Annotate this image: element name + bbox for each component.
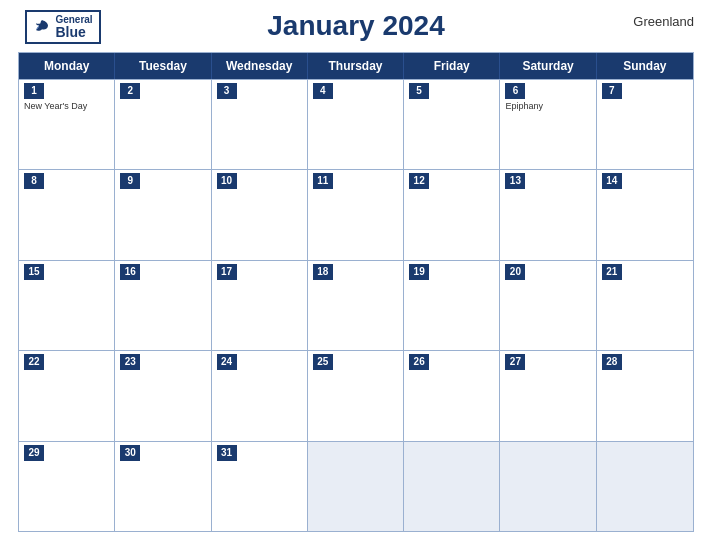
day-number: 6 [505, 83, 525, 99]
day-number: 11 [313, 173, 333, 189]
day-cell-8: 8 [19, 170, 115, 259]
day-cell-23: 23 [115, 351, 211, 440]
day-cell-empty [404, 442, 500, 531]
day-number: 23 [120, 354, 140, 370]
week-row-2: 891011121314 [19, 169, 693, 259]
day-cell-12: 12 [404, 170, 500, 259]
day-number: 17 [217, 264, 237, 280]
day-header-wednesday: Wednesday [212, 53, 308, 79]
day-number: 21 [602, 264, 622, 280]
day-number: 12 [409, 173, 429, 189]
region-label: Greenland [604, 10, 694, 29]
day-header-tuesday: Tuesday [115, 53, 211, 79]
day-number: 14 [602, 173, 622, 189]
day-number: 9 [120, 173, 140, 189]
day-cell-26: 26 [404, 351, 500, 440]
day-number: 3 [217, 83, 237, 99]
day-number: 7 [602, 83, 622, 99]
day-number: 15 [24, 264, 44, 280]
day-cell-17: 17 [212, 261, 308, 350]
day-header-thursday: Thursday [308, 53, 404, 79]
day-number: 28 [602, 354, 622, 370]
day-number: 27 [505, 354, 525, 370]
day-cell-6: 6Epiphany [500, 80, 596, 169]
day-cell-28: 28 [597, 351, 693, 440]
day-cell-empty [597, 442, 693, 531]
holiday-label: Epiphany [505, 101, 590, 112]
week-row-5: 293031 [19, 441, 693, 531]
day-cell-5: 5 [404, 80, 500, 169]
day-cell-27: 27 [500, 351, 596, 440]
logo-bird-icon [33, 18, 51, 36]
week-row-1: 1New Year's Day23456Epiphany7 [19, 79, 693, 169]
day-header-sunday: Sunday [597, 53, 693, 79]
weeks-container: 1New Year's Day23456Epiphany789101112131… [19, 79, 693, 531]
day-number: 19 [409, 264, 429, 280]
day-cell-7: 7 [597, 80, 693, 169]
day-cell-1: 1New Year's Day [19, 80, 115, 169]
day-header-monday: Monday [19, 53, 115, 79]
day-number: 18 [313, 264, 333, 280]
day-cell-14: 14 [597, 170, 693, 259]
calendar-grid: MondayTuesdayWednesdayThursdayFridaySatu… [18, 52, 694, 532]
day-number: 2 [120, 83, 140, 99]
day-number: 13 [505, 173, 525, 189]
day-number: 5 [409, 83, 429, 99]
week-row-3: 15161718192021 [19, 260, 693, 350]
day-cell-16: 16 [115, 261, 211, 350]
day-cell-25: 25 [308, 351, 404, 440]
day-cell-13: 13 [500, 170, 596, 259]
day-number: 8 [24, 173, 44, 189]
calendar-header: General Blue January 2024 Greenland [18, 10, 694, 44]
day-number: 25 [313, 354, 333, 370]
day-number: 31 [217, 445, 237, 461]
day-cell-20: 20 [500, 261, 596, 350]
day-number: 26 [409, 354, 429, 370]
day-number: 4 [313, 83, 333, 99]
logo-blue-text: Blue [55, 25, 85, 39]
day-cell-15: 15 [19, 261, 115, 350]
day-cell-22: 22 [19, 351, 115, 440]
day-cell-2: 2 [115, 80, 211, 169]
day-cell-3: 3 [212, 80, 308, 169]
day-number: 1 [24, 83, 44, 99]
day-cell-empty [500, 442, 596, 531]
day-cell-30: 30 [115, 442, 211, 531]
week-row-4: 22232425262728 [19, 350, 693, 440]
day-cell-9: 9 [115, 170, 211, 259]
day-number: 20 [505, 264, 525, 280]
day-header-saturday: Saturday [500, 53, 596, 79]
day-cell-24: 24 [212, 351, 308, 440]
day-number: 30 [120, 445, 140, 461]
day-cell-31: 31 [212, 442, 308, 531]
day-header-friday: Friday [404, 53, 500, 79]
day-cell-4: 4 [308, 80, 404, 169]
calendar-wrapper: General Blue January 2024 Greenland Mond… [0, 0, 712, 550]
day-cell-empty [308, 442, 404, 531]
calendar-title: January 2024 [108, 10, 604, 42]
day-number: 22 [24, 354, 44, 370]
logo-box: General Blue [25, 10, 100, 44]
holiday-label: New Year's Day [24, 101, 109, 112]
day-cell-21: 21 [597, 261, 693, 350]
day-cell-18: 18 [308, 261, 404, 350]
day-headers-row: MondayTuesdayWednesdayThursdayFridaySatu… [19, 53, 693, 79]
day-number: 29 [24, 445, 44, 461]
day-cell-10: 10 [212, 170, 308, 259]
title-area: January 2024 [108, 10, 604, 42]
day-number: 10 [217, 173, 237, 189]
day-cell-29: 29 [19, 442, 115, 531]
day-number: 16 [120, 264, 140, 280]
day-cell-11: 11 [308, 170, 404, 259]
logo-area: General Blue [18, 10, 108, 44]
day-cell-19: 19 [404, 261, 500, 350]
day-number: 24 [217, 354, 237, 370]
